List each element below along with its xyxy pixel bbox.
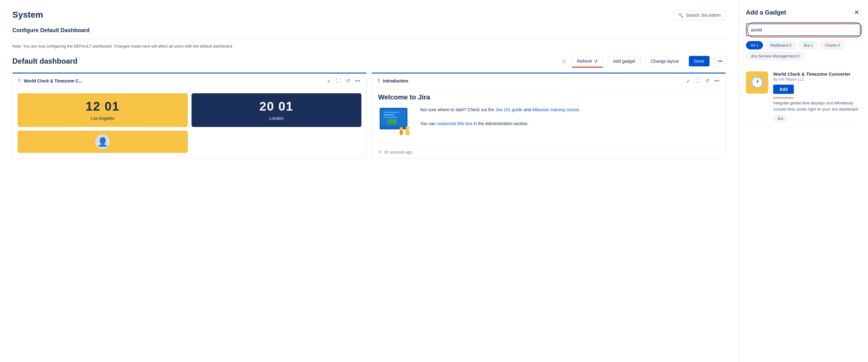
search-admin-label: Search Jira admin <box>686 13 721 18</box>
filter-tab-charts[interactable]: Charts 0 <box>820 41 844 50</box>
introduction-gadget: ⠿ Introduction ↙ ⛶ ↺ ••• Welcome to Jira <box>372 72 726 158</box>
svg-rect-5 <box>388 119 397 124</box>
intro-drag-handle-icon[interactable]: ⠿ <box>377 78 380 84</box>
svg-point-8 <box>400 127 403 130</box>
filter-tabs: All 1 Wallboard 0 Jira 1 Charts 0 Jira S… <box>746 41 861 60</box>
close-button[interactable]: ✕ <box>853 7 861 17</box>
refresh-gadget-icon[interactable]: ↺ <box>345 77 351 84</box>
intro-more-icon[interactable]: ••• <box>713 78 721 84</box>
change-layout-button[interactable]: Change layout <box>646 56 684 66</box>
page-title: System <box>12 10 726 20</box>
configure-title: Configure Default Dashboard <box>12 27 726 39</box>
intro-gadget-header: ⠿ Introduction ↙ ⛶ ↺ ••• <box>372 73 725 88</box>
gadget-result-desc: Integrate global time displays and effor… <box>773 100 861 112</box>
filter-tab-wallboard[interactable]: Wallboard 0 <box>766 41 796 50</box>
intro-content: Not sure where to start? Check out the J… <box>378 106 719 137</box>
refresh-footer-icon: ↺ <box>378 150 381 154</box>
jira-101-link[interactable]: Jira 101 guide <box>495 107 523 112</box>
main-content: System 🔍 Search Jira admin Configure Def… <box>0 0 738 362</box>
world-clock-body: 12 01 Los Angeles 20 01 London 👤 <box>13 88 366 158</box>
more-options-button[interactable]: ••• <box>714 56 726 66</box>
gadget-result-left: 🕐 <box>746 71 768 122</box>
gadget-result-tag: Jira <box>773 115 787 122</box>
intro-timestamp: 30 seconds ago <box>384 150 412 154</box>
refresh-underline <box>572 67 603 68</box>
gadget-search-input[interactable] <box>746 24 861 36</box>
gadget-more-icon[interactable]: ••• <box>354 78 362 84</box>
add-gadget-button[interactable]: Add gadget <box>608 56 641 66</box>
clock-city-la: Los Angeles <box>91 116 114 121</box>
svg-rect-2 <box>384 112 399 113</box>
gadget-actions: ↙ ⛶ ↺ ••• <box>326 77 362 84</box>
search-input-wrap <box>746 24 861 36</box>
add-gadget-result-label: Add <box>779 87 788 92</box>
star-button[interactable]: ☆ <box>561 57 567 65</box>
world-clock-title: World Clock & Timezone C... <box>24 79 323 83</box>
world-clock-gadget: ⠿ World Clock & Timezone C... ↙ ⛶ ↺ ••• … <box>12 72 367 158</box>
intro-fullscreen-icon[interactable]: ⛶ <box>694 78 702 84</box>
dashboard-grid: ⠿ World Clock & Timezone C... ↙ ⛶ ↺ ••• … <box>12 72 726 158</box>
dashboard-header: Default dashboard ☆ Refresh ↺ Add gadget… <box>12 56 726 66</box>
intro-text-1: Not sure where to start? Check out the <box>420 107 495 112</box>
clock-time-la: 12 01 <box>86 99 120 113</box>
more-icon: ••• <box>718 59 722 64</box>
intro-collapse-icon[interactable]: ↙ <box>685 77 692 84</box>
avatar-icon: 👤 <box>97 137 108 147</box>
drag-handle-icon[interactable]: ⠿ <box>18 78 21 84</box>
clock-time-london: 20 01 <box>259 99 293 113</box>
panel-title: Add a Gadget <box>746 9 786 16</box>
welcome-heading: Welcome to Jira <box>378 93 719 101</box>
change-layout-label: Change layout <box>651 59 679 64</box>
customize-link[interactable]: customize this text <box>437 121 472 126</box>
svg-rect-7 <box>406 130 409 135</box>
panel-header: Add a Gadget ✕ <box>746 7 861 17</box>
done-label: Done <box>694 59 704 64</box>
clock-city-london: London <box>269 116 284 121</box>
svg-rect-3 <box>384 114 395 116</box>
add-gadget-label: Add gadget <box>613 59 636 64</box>
search-admin-button[interactable]: 🔍 Search Jira admin <box>673 10 726 20</box>
gadget-result: 🕐 World Clock & Timezone Converter By Ge… <box>746 66 861 127</box>
gadget-header: ⠿ World Clock & Timezone C... ↙ ⛶ ↺ ••• <box>13 73 366 88</box>
intro-text-3: . <box>579 107 580 112</box>
avatar: 👤 <box>95 134 110 149</box>
add-gadget-result-button[interactable]: Add <box>773 85 794 94</box>
svg-rect-9 <box>400 130 403 135</box>
clock-tile-avatar: 👤 <box>18 131 188 153</box>
intro-text-4: You can <box>420 121 437 126</box>
intro-text-5: in the Administration section. <box>472 121 529 126</box>
configure-note: Note: You are now configuring the DEFAUL… <box>12 44 726 49</box>
intro-footer: ↺ 30 seconds ago <box>372 146 725 158</box>
clock-result-icon: 🕐 <box>750 76 764 89</box>
refresh-btn-wrap: Refresh ↺ <box>572 56 603 66</box>
intro-body: Welcome to Jira <box>372 88 725 142</box>
intro-illustration <box>378 106 415 137</box>
intro-gadget-actions: ↙ ⛶ ↺ ••• <box>685 77 721 84</box>
gadget-info: World Clock & Timezone Converter By Get … <box>773 71 861 122</box>
intro-text: Not sure where to start? Check out the J… <box>420 106 580 127</box>
filter-tab-all[interactable]: All 1 <box>746 41 763 50</box>
clock-tile-la: 12 01 Los Angeles <box>18 93 188 127</box>
gadget-result-icon: 🕐 <box>746 71 768 94</box>
add-gadget-panel: Add a Gadget ✕ All 1 Wallboard 0 Jira 1 … <box>738 0 868 362</box>
refresh-icon: ↺ <box>594 59 598 64</box>
svg-rect-4 <box>384 117 398 118</box>
search-icon: 🔍 <box>678 13 683 18</box>
fullscreen-icon[interactable]: ⛶ <box>335 78 342 84</box>
intro-text-2: and <box>523 107 532 112</box>
intro-gadget-title: Introduction <box>383 79 683 83</box>
clock-tile-london: 20 01 London <box>191 93 362 127</box>
refresh-button[interactable]: Refresh ↺ <box>572 56 603 66</box>
gadget-result-name: World Clock & Timezone Converter <box>773 71 861 77</box>
svg-point-6 <box>406 126 409 130</box>
atlassian-training-link[interactable]: Atlassian training course <box>532 107 579 112</box>
refresh-label: Refresh <box>577 59 592 64</box>
done-button[interactable]: Done <box>689 56 710 66</box>
dashboard-title: Default dashboard <box>12 57 556 65</box>
collapse-icon[interactable]: ↙ <box>326 77 332 84</box>
filter-tab-jsm[interactable]: Jira Service Management 0 <box>746 52 804 60</box>
intro-refresh-icon[interactable]: ↺ <box>704 77 710 84</box>
filter-tab-jira[interactable]: Jira 1 <box>799 41 818 50</box>
add-btn-underline <box>773 98 794 98</box>
gadget-result-author: By Get Report LLC <box>773 77 861 82</box>
